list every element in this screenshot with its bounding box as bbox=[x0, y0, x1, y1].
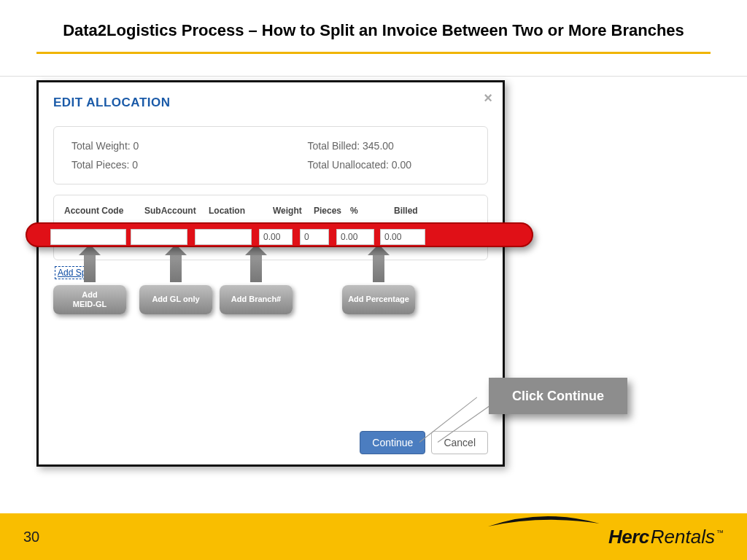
annotation-arrows: AddMEID-GL Add GL only Add Branch# Add P… bbox=[46, 250, 495, 345]
brand-logo: HercRentals™ bbox=[608, 526, 724, 548]
total-pieces: Total Pieces: 0 bbox=[71, 159, 139, 171]
arrow-up-icon bbox=[250, 253, 262, 282]
col-subaccount: SubAccount bbox=[144, 206, 209, 216]
arrow-up-icon bbox=[373, 253, 384, 282]
billed-input[interactable] bbox=[380, 229, 425, 245]
modal-footer: Continue Cancel bbox=[360, 431, 488, 454]
weight-input[interactable] bbox=[259, 229, 293, 245]
callout-click-continue: Click Continue bbox=[489, 378, 627, 414]
logo-herc-text: Herc bbox=[608, 526, 649, 548]
account-input[interactable] bbox=[50, 229, 126, 245]
col-account: Account Code bbox=[64, 206, 144, 216]
slide-title: Data2Logistics Process – How to Split an… bbox=[0, 0, 747, 47]
edit-allocation-modal: EDIT ALLOCATION × Total Weight: 0 Total … bbox=[36, 80, 505, 467]
col-pieces: Pieces bbox=[314, 206, 350, 216]
cancel-button[interactable]: Cancel bbox=[431, 431, 488, 454]
table-header: Account Code SubAccount Location Weight … bbox=[61, 206, 480, 223]
callout-gl-only: Add GL only bbox=[139, 285, 212, 314]
percent-input[interactable] bbox=[336, 229, 374, 245]
location-input[interactable] bbox=[195, 229, 252, 245]
arrow-up-icon bbox=[84, 253, 96, 282]
col-percent: % bbox=[350, 206, 394, 216]
callout-meid-gl: AddMEID-GL bbox=[53, 285, 126, 314]
trademark-icon: ™ bbox=[716, 529, 724, 537]
total-billed: Total Billed: 345.00 bbox=[308, 140, 411, 152]
callout-branch: Add Branch# bbox=[220, 285, 293, 314]
modal-title: EDIT ALLOCATION bbox=[53, 96, 488, 110]
col-location: Location bbox=[209, 206, 273, 216]
summary-panel: Total Weight: 0 Total Pieces: 0 Total Bi… bbox=[53, 126, 488, 184]
close-icon[interactable]: × bbox=[484, 90, 492, 106]
subaccount-input[interactable] bbox=[131, 229, 187, 245]
pieces-input[interactable] bbox=[300, 229, 329, 245]
total-unallocated: Total Unallocated: 0.00 bbox=[308, 159, 411, 171]
col-billed: Billed bbox=[394, 206, 445, 216]
divider bbox=[0, 76, 747, 77]
col-weight: Weight bbox=[273, 206, 314, 216]
highlight-row bbox=[26, 222, 533, 247]
page-number: 30 bbox=[23, 529, 39, 545]
total-weight: Total Weight: 0 bbox=[71, 140, 139, 152]
arrow-up-icon bbox=[170, 253, 182, 282]
title-rule bbox=[36, 52, 711, 54]
callout-percentage: Add Percentage bbox=[342, 285, 415, 314]
logo-swoosh-icon bbox=[484, 513, 601, 529]
continue-button[interactable]: Continue bbox=[360, 431, 425, 454]
modal-header: EDIT ALLOCATION × bbox=[39, 82, 503, 119]
logo-rentals-text: Rentals bbox=[651, 526, 715, 548]
table-row bbox=[47, 228, 434, 246]
footer-bar: 30 HercRentals™ bbox=[0, 513, 747, 560]
